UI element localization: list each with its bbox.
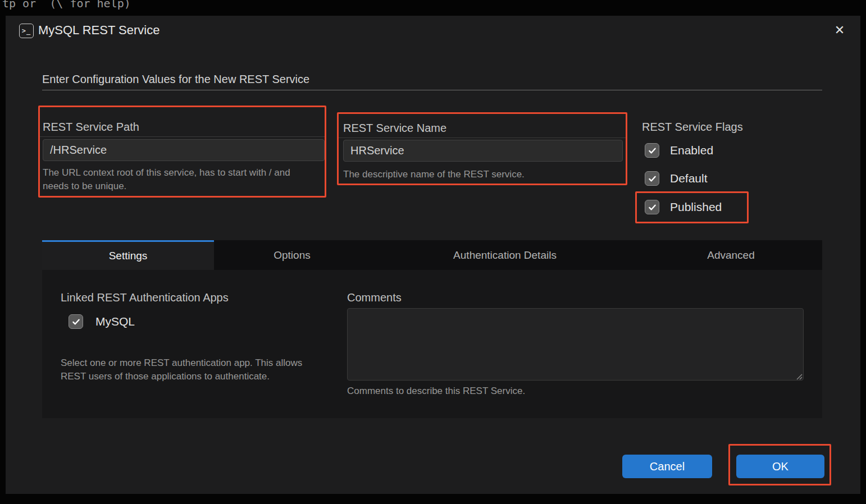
screen: tp or (\ for help) >_ MySQL REST Service… xyxy=(0,0,866,504)
background-terminal-text: tp or (\ for help) xyxy=(2,0,131,10)
enabled-label: Enabled xyxy=(670,144,713,157)
linked-auth-apps-label: Linked REST Authentication Apps xyxy=(61,291,229,304)
name-label-divider xyxy=(339,138,626,138)
terminal-icon: >_ xyxy=(19,24,34,38)
enabled-checkbox[interactable] xyxy=(645,143,659,158)
mysql-auth-checkbox[interactable] xyxy=(69,314,83,329)
rest-service-name-help: The descriptive name of the REST service… xyxy=(343,168,618,181)
path-highlight-box: REST Service Path The URL context root o… xyxy=(38,106,326,198)
rest-service-path-help: The URL context root of this service, ha… xyxy=(43,166,313,193)
header-divider xyxy=(42,90,822,90)
comments-label: Comments xyxy=(347,291,402,304)
terminal-icon-glyph: >_ xyxy=(22,28,31,34)
comments-help: Comments to describe this REST Service. xyxy=(347,384,525,398)
tab-settings[interactable]: Settings xyxy=(42,240,214,270)
checkmark-icon xyxy=(648,146,657,155)
ok-button[interactable]: OK xyxy=(736,455,824,478)
flag-row-published: Published xyxy=(637,193,747,214)
dialog-title: MySQL REST Service xyxy=(38,23,159,38)
ok-highlight-box: OK xyxy=(728,444,831,485)
linked-auth-apps-help: Select one or more REST authentication a… xyxy=(61,356,325,383)
rest-service-name-input[interactable] xyxy=(343,140,623,162)
flag-row-default: Default xyxy=(645,171,708,186)
rest-service-path-input[interactable] xyxy=(43,139,325,161)
mysql-rest-service-dialog: >_ MySQL REST Service ✕ Enter Configurat… xyxy=(6,16,860,494)
comments-textarea[interactable] xyxy=(347,308,804,381)
tab-advanced[interactable]: Advanced xyxy=(640,240,822,270)
mysql-auth-label: MySQL xyxy=(95,315,135,328)
default-checkbox[interactable] xyxy=(645,171,659,186)
path-label-divider xyxy=(40,136,325,137)
rest-service-path-label: REST Service Path xyxy=(43,121,139,134)
published-highlight-box: Published xyxy=(635,191,749,223)
close-icon[interactable]: ✕ xyxy=(831,22,848,39)
default-label: Default xyxy=(670,172,708,185)
flag-row-enabled: Enabled xyxy=(645,143,713,158)
checkmark-icon xyxy=(71,317,81,327)
auth-app-row-mysql: MySQL xyxy=(69,314,135,329)
settings-tab-panel: Linked REST Authentication Apps MySQL Se… xyxy=(42,270,822,418)
tab-authentication-details[interactable]: Authentication Details xyxy=(370,240,640,270)
published-label: Published xyxy=(670,200,722,214)
rest-service-flags-label: REST Service Flags xyxy=(642,121,743,134)
name-highlight-box: REST Service Name The descriptive name o… xyxy=(337,112,627,185)
rest-service-name-label: REST Service Name xyxy=(343,122,446,135)
tab-options[interactable]: Options xyxy=(214,240,370,270)
tab-strip: Settings Options Authentication Details … xyxy=(42,240,822,270)
published-checkbox[interactable] xyxy=(645,200,659,214)
dialog-subtitle: Enter Configuration Values for the New R… xyxy=(42,73,309,86)
cancel-button[interactable]: Cancel xyxy=(622,455,712,478)
checkmark-icon xyxy=(648,174,657,184)
checkmark-icon xyxy=(648,203,657,212)
